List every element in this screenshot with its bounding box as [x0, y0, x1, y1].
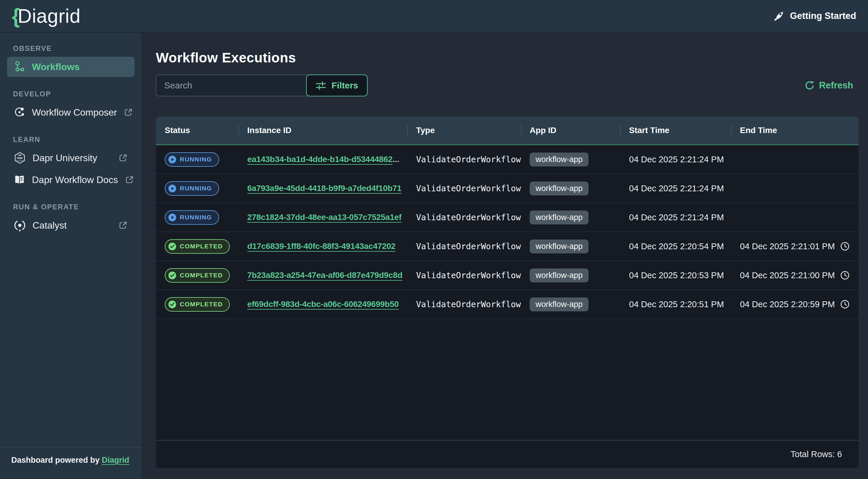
status-cell: RUNNING	[156, 181, 238, 196]
clock-icon	[840, 299, 850, 310]
start-time-cell: 04 Dec 2025 2:20:54 PM	[620, 242, 731, 251]
table-row: COMPLETED d17c6839-1ff8-40fc-88f3-49143a…	[156, 232, 859, 261]
instance-id-cell: ef69dcff-983d-4cbc-a06c-606249699b50	[238, 299, 407, 309]
status-badge-running: RUNNING	[165, 210, 219, 225]
status-badge-completed: COMPLETED	[165, 239, 230, 254]
clock-icon	[840, 270, 850, 281]
controls-row: Filters Refresh	[156, 74, 859, 96]
sidebar-item-workflow-composer[interactable]: Workflow Composer	[7, 102, 134, 122]
instance-id-link[interactable]: 278c1824-37dd-48ee-aa13-057c7525a1ef	[247, 213, 402, 222]
book-icon	[13, 174, 25, 186]
external-link-icon	[118, 153, 128, 163]
sidebar-item-label: Dapr University	[33, 153, 97, 163]
sidebar-item-dapr-university[interactable]: dapr University Dapr University	[7, 148, 134, 168]
column-header-instance-id: Instance ID	[238, 117, 407, 144]
instance-id-link[interactable]: 7b23a823-a254-47ea-af06-d87e479d9c8d	[247, 270, 403, 280]
end-time-cell: 04 Dec 2025 2:20:59 PM	[731, 299, 859, 310]
sidebar-item-label: Workflows	[32, 62, 80, 72]
footer-diagrid-link[interactable]: Diagrid	[102, 456, 129, 465]
check-circle-icon	[168, 243, 176, 250]
table-row: COMPLETED 7b23a823-a254-47ea-af06-d87e47…	[156, 261, 859, 290]
end-time-cell: 04 Dec 2025 2:21:01 PM	[731, 241, 859, 252]
sidebar-item-label: Catalyst	[33, 220, 67, 231]
sidebar-item-workflows[interactable]: Workflows	[7, 57, 134, 77]
app-id-cell: workflow-app	[521, 211, 620, 224]
status-badge-completed: COMPLETED	[165, 268, 230, 283]
total-rows-label: Total Rows: 6	[790, 449, 842, 459]
play-circle-icon	[168, 156, 176, 163]
start-time-cell: 04 Dec 2025 2:21:24 PM	[620, 184, 731, 193]
search-input[interactable]	[156, 74, 310, 96]
section-label-learn: LEARN	[13, 135, 142, 144]
type-cell: ValidateOrderWorkflow	[407, 299, 521, 309]
status-cell: RUNNING	[156, 152, 238, 167]
workflow-icon	[13, 61, 25, 73]
footer-text: Dashboard powered by	[11, 456, 100, 465]
diagrid-logo[interactable]: { Diagrid	[12, 4, 81, 28]
status-cell: COMPLETED	[156, 268, 238, 283]
rocket-icon	[773, 10, 785, 22]
app-id-pill: workflow-app	[530, 240, 589, 253]
instance-id-cell: ea143b34-ba1d-4dde-b14b-d53444862...	[238, 155, 407, 164]
column-header-app-id: App ID	[521, 117, 620, 144]
app-id-pill: workflow-app	[530, 153, 589, 166]
getting-started-label: Getting Started	[790, 11, 856, 21]
table-row: RUNNING 278c1824-37dd-48ee-aa13-057c7525…	[156, 203, 859, 232]
status-badge-running: RUNNING	[165, 181, 219, 196]
svg-text:dapr: dapr	[17, 156, 23, 159]
instance-id-link[interactable]: ef69dcff-983d-4cbc-a06c-606249699b50	[247, 299, 399, 309]
column-header-end-time: End Time	[731, 117, 859, 144]
table-header-row: Status Instance ID Type App ID Start Tim…	[156, 117, 859, 145]
section-label-observe: OBSERVE	[13, 44, 142, 53]
svg-text:University: University	[16, 160, 23, 161]
start-time-cell: 04 Dec 2025 2:21:24 PM	[620, 213, 731, 222]
check-circle-icon	[168, 300, 176, 309]
start-time-cell: 04 Dec 2025 2:20:53 PM	[620, 270, 731, 280]
instance-id-truncation: ...	[393, 155, 399, 164]
start-time-cell: 04 Dec 2025 2:21:24 PM	[620, 155, 731, 164]
type-cell: ValidateOrderWorkflow	[407, 242, 521, 251]
status-badge-completed: COMPLETED	[165, 297, 230, 312]
page-title: Workflow Executions	[156, 50, 859, 66]
app-id-pill: workflow-app	[530, 211, 589, 224]
external-link-icon	[123, 107, 133, 117]
instance-id-link[interactable]: d17c6839-1ff8-40fc-88f3-49143ac47202	[247, 242, 395, 251]
start-time-cell: 04 Dec 2025 2:20:51 PM	[620, 299, 731, 309]
column-header-start-time: Start Time	[620, 117, 731, 144]
instance-id-link[interactable]: 6a793a9e-45dd-4418-b9f9-a7ded4f10b71	[247, 184, 402, 193]
status-badge-running: RUNNING	[165, 152, 219, 167]
type-cell: ValidateOrderWorkflow	[407, 155, 521, 164]
table-footer: Total Rows: 6	[156, 440, 859, 468]
sidebar-item-dapr-workflow-docs[interactable]: Dapr Workflow Docs	[7, 170, 134, 190]
getting-started-link[interactable]: Getting Started	[773, 10, 856, 22]
status-cell: RUNNING	[156, 210, 238, 225]
sidebar-item-label: Dapr Workflow Docs	[32, 174, 118, 185]
instance-id-link[interactable]: ea143b34-ba1d-4dde-b14b-d53444862	[247, 155, 393, 164]
end-time-cell: 04 Dec 2025 2:21:00 PM	[731, 270, 859, 281]
type-cell: ValidateOrderWorkflow	[407, 184, 521, 193]
column-header-type: Type	[407, 117, 521, 144]
type-cell: ValidateOrderWorkflow	[407, 213, 521, 222]
refresh-label: Refresh	[819, 80, 853, 91]
clock-icon	[840, 241, 850, 252]
sidebar: OBSERVE Workflows DEVELOP	[0, 33, 142, 479]
sidebar-item-catalyst[interactable]: Catalyst	[7, 215, 134, 235]
external-link-icon	[118, 220, 128, 230]
filters-button[interactable]: Filters	[306, 74, 368, 96]
app-id-cell: workflow-app	[521, 153, 620, 166]
table-row: RUNNING 6a793a9e-45dd-4418-b9f9-a7ded4f1…	[156, 174, 859, 203]
play-circle-icon	[168, 214, 176, 221]
top-bar: { Diagrid Getting Started	[0, 0, 868, 33]
app-id-pill: workflow-app	[530, 268, 589, 282]
refresh-button[interactable]: Refresh	[804, 80, 853, 91]
instance-id-cell: 278c1824-37dd-48ee-aa13-057c7525a1ef	[238, 213, 407, 222]
type-cell: ValidateOrderWorkflow	[407, 270, 521, 280]
catalyst-icon	[13, 219, 26, 231]
check-circle-icon	[168, 272, 176, 280]
sidebar-footer: Dashboard powered by Diagrid	[0, 447, 142, 479]
table-row: COMPLETED ef69dcff-983d-4cbc-a06c-606249…	[156, 290, 859, 319]
workflow-executions-table: Status Instance ID Type App ID Start Tim…	[156, 117, 859, 468]
main-content: Workflow Executions Filters	[142, 33, 868, 479]
app-id-cell: workflow-app	[521, 240, 620, 253]
app-id-cell: workflow-app	[521, 268, 620, 282]
